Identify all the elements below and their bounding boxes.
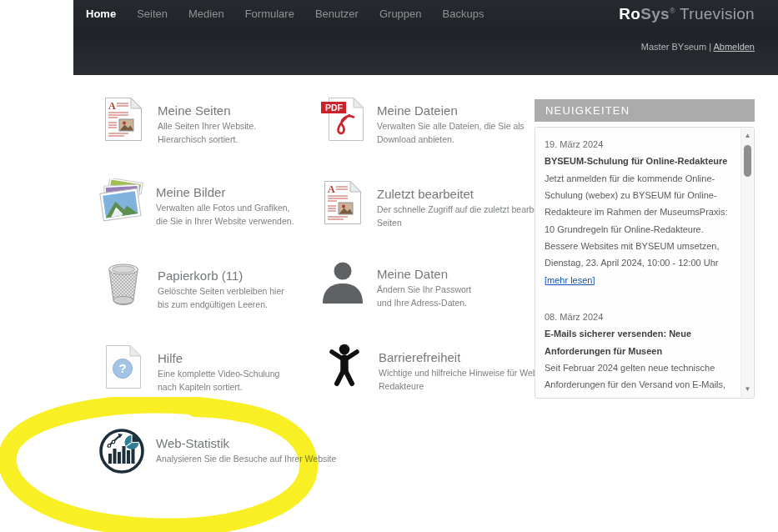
news-panel-title: NEUIGKEITEN: [535, 99, 755, 122]
dashboard-page: Home Seiten Medien Formulare Benutzer Gr…: [0, 0, 778, 532]
account-bar: Master BYseum | Abmelden: [641, 42, 755, 52]
brand-logo: RoSys® Truevision: [619, 5, 755, 23]
main-nav: Home Seiten Medien Formulare Benutzer Gr…: [86, 8, 484, 20]
brand-sys: Sys: [640, 5, 670, 23]
logout-link[interactable]: Abmelden: [713, 42, 755, 52]
feature-web-statistik[interactable]: Web-Statistik Analysieren Sie die Besuch…: [98, 428, 336, 474]
brand-ro: Ro: [619, 5, 640, 23]
brand-truevision: Truevision: [675, 5, 755, 23]
svg-text:?: ?: [118, 361, 126, 375]
feature-desc: Verwalten alle Fotos und Grafiken, die S…: [156, 202, 294, 228]
feature-desc: Ändern Sie Ihr Passwort und Ihre Adress-…: [377, 284, 471, 310]
feature-title: Hilfe: [158, 351, 279, 365]
document-page-icon: A: [319, 180, 366, 225]
feature-title: Meine Bilder: [156, 185, 294, 199]
scrollbar-thumb[interactable]: [744, 145, 751, 177]
document-page-icon: A: [100, 97, 147, 142]
pdf-file-icon: PDF: [319, 97, 366, 142]
feature-desc: Verwalten Sie alle Dateien, die Sie als …: [377, 120, 525, 147]
feature-barrierefreiheit[interactable]: Barrierefreiheit Wichtige und hilfreiche…: [321, 344, 554, 394]
accessibility-icon: [321, 344, 368, 387]
news-item: 19. März 2024 BYSEUM-Schulung für Online…: [545, 136, 732, 289]
nav-item-home[interactable]: Home: [86, 8, 116, 20]
feature-title: Papierkorb (11): [158, 269, 284, 283]
feature-meine-dateien[interactable]: PDF Meine Dateien Verwalten Sie alle Dat…: [319, 97, 525, 147]
feature-hilfe[interactable]: ? Hilfe Eine komplette Video-Schulung na…: [100, 344, 279, 394]
feature-papierkorb[interactable]: Papierkorb (11) Gelöschte Seiten verblei…: [100, 262, 284, 312]
feature-desc: Der schnelle Zugriff auf die zuletzt bea…: [377, 203, 560, 230]
top-navigation-bar: Home Seiten Medien Formulare Benutzer Gr…: [73, 0, 778, 75]
logged-in-user: Master BYseum: [641, 42, 706, 52]
photos-icon: [98, 178, 145, 223]
trash-icon: [100, 262, 147, 307]
news-date: 08. März 2024: [545, 309, 732, 325]
svg-text:A: A: [108, 100, 116, 112]
news-title: BYSEUM-Schulung für Online-Redakteure: [545, 153, 732, 169]
feature-desc: Analysieren Sie die Besuche auf Ihrer We…: [156, 453, 336, 466]
nav-item-seiten[interactable]: Seiten: [137, 8, 168, 20]
mehr-lesen-link[interactable]: [mehr lesen]: [545, 275, 595, 285]
help-page-icon: ?: [100, 344, 147, 389]
feature-title: Barrierefreiheit: [379, 350, 554, 364]
feature-zuletzt-bearbeitet[interactable]: A Zuletzt bearbeitet Der schnelle Zugrif…: [319, 180, 560, 230]
svg-text:PDF: PDF: [325, 103, 344, 113]
user-silhouette-icon: [319, 260, 366, 304]
news-item: 08. März 2024 E-Mails sicherer versenden…: [545, 309, 732, 399]
feature-meine-seiten[interactable]: A Meine Seiten Alle Seiten Ihrer Website…: [100, 97, 256, 147]
svg-text:A: A: [328, 183, 335, 195]
feature-title: Web-Statistik: [156, 436, 336, 450]
feature-desc: Eine komplette Video-Schulung nach Kapit…: [158, 368, 279, 394]
feature-title: Zuletzt bearbeitet: [377, 187, 560, 201]
feature-meine-daten[interactable]: Meine Daten Ändern Sie Ihr Passwort und …: [319, 260, 471, 310]
news-panel: NEUIGKEITEN 19. März 2024 BYSEUM-Schulun…: [535, 99, 755, 399]
feature-desc: Alle Seiten Ihrer Website. Hierarchisch …: [158, 120, 256, 147]
feature-title: Meine Dateien: [377, 103, 525, 118]
news-scrollbar[interactable]: ▲ ▼: [740, 128, 753, 397]
nav-item-backups[interactable]: Backups: [443, 8, 484, 20]
nav-item-benutzer[interactable]: Benutzer: [315, 8, 359, 20]
news-text: Jetzt anmelden für die kommende Online-S…: [545, 170, 732, 272]
registered-mark: ®: [670, 7, 675, 15]
nav-item-medien[interactable]: Medien: [188, 8, 224, 20]
news-title: E-Mails sicherer versenden: Neue Anforde…: [545, 325, 732, 359]
scroll-down-icon[interactable]: ▼: [741, 384, 754, 395]
feature-meine-bilder[interactable]: Meine Bilder Verwalten alle Fotos und Gr…: [98, 178, 294, 228]
nav-item-formulare[interactable]: Formulare: [245, 8, 294, 20]
news-text: Seit Februar 2024 gelten neue technische…: [545, 359, 732, 399]
statistics-icon: [98, 428, 145, 474]
feature-title: Meine Seiten: [158, 103, 256, 118]
scroll-up-icon[interactable]: ▲: [741, 130, 754, 142]
feature-title: Meine Daten: [377, 267, 471, 281]
news-date: 19. März 2024: [545, 136, 732, 153]
news-panel-body: 19. März 2024 BYSEUM-Schulung für Online…: [535, 127, 755, 399]
feature-desc: Gelöschte Seiten verbleiben hier bis zum…: [158, 285, 284, 312]
feature-desc: Wichtige und hilfreiche Hinweise für Web…: [379, 367, 554, 394]
nav-item-gruppen[interactable]: Gruppen: [379, 8, 422, 20]
